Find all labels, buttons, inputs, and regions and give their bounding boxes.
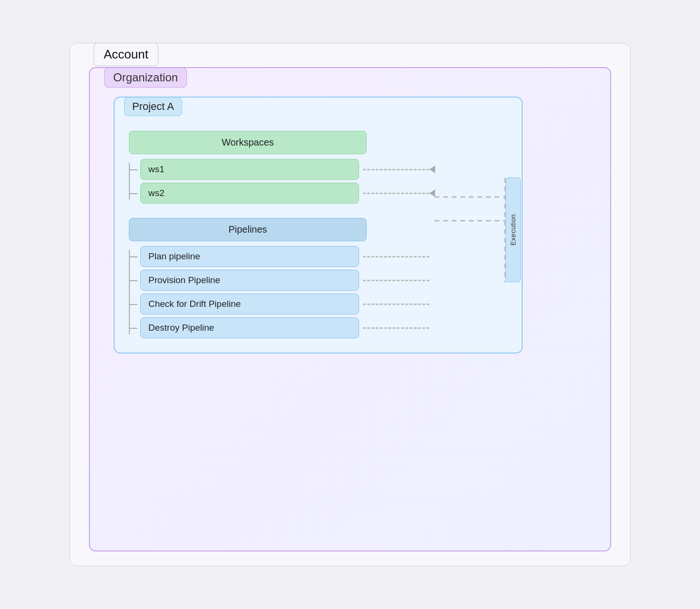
- ws2-box: ws2: [140, 183, 359, 204]
- destroy-arrow: [363, 327, 429, 329]
- execution-label: Execution: [509, 214, 517, 246]
- drift-pipeline-row: Check for Drift Pipeline: [140, 294, 507, 314]
- content-area: Workspaces ws1 ws2: [129, 112, 507, 338]
- destroy-dashed-line: [363, 327, 429, 329]
- project-container: Project A Workspaces ws1: [114, 97, 523, 354]
- drift-arrow: [363, 304, 429, 305]
- account-container: Account Organization Project A Workspace…: [69, 43, 631, 566]
- provision-pipeline-box: Provision Pipeline: [140, 270, 359, 291]
- account-label: Account: [94, 43, 158, 66]
- drift-pipeline-box: Check for Drift Pipeline: [140, 294, 359, 314]
- provision-arrow: [363, 280, 429, 281]
- ws1-box: ws1: [140, 159, 359, 180]
- destroy-pipeline-box: Destroy Pipeline: [140, 317, 359, 338]
- ws2-arrow: [363, 189, 436, 197]
- ws1-row: ws1: [140, 159, 507, 180]
- plan-dashed-line: [363, 256, 429, 257]
- execution-bar: Execution: [506, 177, 521, 282]
- drift-dashed-line: [363, 304, 429, 305]
- pipelines-header: Pipelines: [129, 218, 367, 241]
- ws1-dashed-line: [363, 169, 429, 170]
- organization-label: Organization: [104, 68, 187, 88]
- plan-pipeline-box: Plan pipeline: [140, 246, 359, 267]
- organization-container: Organization Project A Workspaces ws1: [89, 67, 611, 551]
- ws1-arrow: [363, 166, 436, 173]
- execution-svg: [435, 178, 506, 282]
- workspaces-header: Workspaces: [129, 131, 367, 154]
- ws1-arrow-head: [429, 166, 435, 173]
- destroy-pipeline-row: Destroy Pipeline: [140, 317, 507, 338]
- plan-arrow: [363, 256, 429, 257]
- provision-dashed-line: [363, 280, 429, 281]
- ws2-dashed-line: [363, 193, 429, 194]
